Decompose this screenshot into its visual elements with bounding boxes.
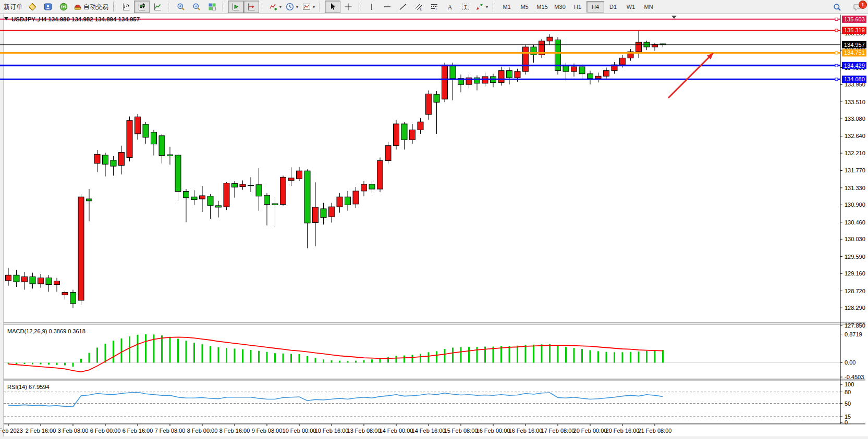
tile-windows-button[interactable] bbox=[204, 1, 220, 13]
zoom-in-button[interactable] bbox=[173, 1, 189, 13]
zoom-out-button[interactable] bbox=[189, 1, 204, 13]
toolbar-separator bbox=[262, 2, 265, 12]
candle-body bbox=[329, 207, 335, 217]
candle-body bbox=[38, 278, 44, 284]
price-tick-label: 127.850 bbox=[845, 322, 865, 329]
search-button[interactable] bbox=[829, 1, 845, 14]
time-tick-label: 15 Feb 08:00 bbox=[444, 428, 478, 434]
time-tick-label: 20 Feb 16:00 bbox=[606, 428, 640, 434]
chart-window: 135.250134.820134.380133.950133.510133.0… bbox=[0, 0, 868, 439]
candle-body bbox=[434, 94, 439, 102]
hline-label-text: 134.429 bbox=[844, 62, 865, 69]
line-handle[interactable] bbox=[835, 29, 838, 32]
signals-button[interactable] bbox=[56, 1, 71, 13]
profiles-button[interactable] bbox=[40, 1, 56, 13]
price-tick-label: 128.290 bbox=[845, 305, 865, 311]
crosshair-button[interactable] bbox=[340, 1, 356, 13]
new-order-button[interactable]: 新订单 bbox=[2, 1, 25, 13]
candle-body bbox=[337, 197, 343, 207]
horizontal-line-button[interactable] bbox=[380, 1, 395, 13]
vertical-line-button[interactable] bbox=[364, 1, 380, 13]
rsi-tick-label: 80 bbox=[845, 389, 851, 395]
window-bottom-strip bbox=[0, 436, 868, 439]
candle-body bbox=[272, 204, 278, 205]
line-handle[interactable] bbox=[835, 18, 838, 20]
line-handle[interactable] bbox=[835, 52, 838, 54]
indicators-icon bbox=[269, 3, 277, 11]
time-tick-label: 6 Feb 00:00 bbox=[90, 428, 121, 434]
cursor-button[interactable] bbox=[325, 1, 340, 13]
candle-body bbox=[175, 155, 181, 192]
template-icon bbox=[302, 3, 311, 11]
timeframe-mn-button[interactable]: MN bbox=[640, 1, 657, 12]
current-price-label-text: 134.957 bbox=[844, 42, 865, 48]
time-tick-label: 8 Feb 16:00 bbox=[219, 428, 250, 434]
candle-body bbox=[450, 65, 456, 79]
dropdown-caret-icon[interactable]: ▾ bbox=[279, 5, 282, 9]
auto-trading-button[interactable]: 自动交易 bbox=[71, 1, 111, 13]
periods-button[interactable]: ▾ bbox=[284, 1, 300, 13]
time-tick-label: 8 Feb 00:00 bbox=[187, 428, 218, 434]
svg-text:T: T bbox=[464, 4, 467, 10]
candle-chart-button[interactable] bbox=[134, 1, 150, 13]
indicators-button[interactable]: ▾ bbox=[267, 1, 284, 13]
candle-body bbox=[135, 117, 141, 134]
text-button[interactable]: A bbox=[442, 1, 458, 13]
candle-body bbox=[54, 281, 60, 285]
candle-body bbox=[571, 67, 577, 71]
toolbar-separator bbox=[113, 2, 116, 12]
bars-icon bbox=[122, 3, 130, 11]
line-handle[interactable] bbox=[835, 78, 838, 81]
rsi-tick-label: 0 bbox=[845, 419, 848, 425]
candle-body bbox=[385, 146, 391, 161]
chart-shift-button[interactable] bbox=[243, 1, 259, 13]
dropdown-caret-icon[interactable]: ▾ bbox=[313, 5, 315, 9]
mql-community-button[interactable] bbox=[25, 1, 40, 13]
timeframe-h4-button[interactable]: H4 bbox=[586, 1, 604, 12]
auto-scroll-button[interactable] bbox=[228, 1, 243, 13]
arrows-button[interactable]: ▾ bbox=[473, 1, 490, 13]
channel-icon: E bbox=[414, 3, 423, 11]
timeframe-m15-button[interactable]: M15 bbox=[533, 1, 551, 12]
timeframe-m1-button[interactable]: M1 bbox=[498, 1, 516, 12]
candle-body bbox=[426, 94, 432, 114]
time-tick-label: 14 Feb 00:00 bbox=[380, 428, 413, 434]
price-tick-label: 133.080 bbox=[845, 116, 865, 122]
candle-body bbox=[636, 42, 642, 52]
timeframe-m5-button[interactable]: M5 bbox=[516, 1, 533, 12]
text-a-icon: A bbox=[446, 3, 454, 11]
candle-body bbox=[248, 185, 254, 185]
timeframe-h1-button[interactable]: H1 bbox=[569, 1, 586, 12]
time-tick-label: 6 Feb 16:00 bbox=[123, 428, 153, 434]
dropdown-caret-icon[interactable]: ▾ bbox=[486, 5, 488, 9]
mt4-terminal: { "toolbar": { "buttons": [ {"name":"new… bbox=[0, 0, 868, 439]
macd-label: MACD(12,26,9) 0.3869 0.3618 bbox=[7, 328, 85, 334]
timeframe-d1-button[interactable]: D1 bbox=[604, 1, 622, 12]
candle-body bbox=[111, 160, 116, 166]
candle-body bbox=[191, 197, 197, 199]
line-chart-button[interactable] bbox=[150, 1, 165, 13]
candle-body bbox=[119, 153, 125, 166]
candle-body bbox=[207, 196, 213, 206]
zoom-out-icon bbox=[192, 3, 201, 11]
timeframe-w1-button[interactable]: W1 bbox=[622, 1, 640, 12]
dropdown-caret-icon[interactable]: ▾ bbox=[296, 5, 298, 9]
notifications-button[interactable]: 1 bbox=[849, 2, 865, 13]
text-label-button[interactable]: T bbox=[458, 1, 473, 13]
candle-body bbox=[410, 130, 415, 140]
time-tick-label: 20 Feb 00:00 bbox=[573, 428, 607, 434]
candle-body bbox=[498, 71, 504, 83]
templates-button[interactable]: ▾ bbox=[300, 1, 317, 13]
zoom-in-icon bbox=[177, 3, 185, 11]
timeframe-m30-button[interactable]: M30 bbox=[551, 1, 569, 12]
fibonacci-button[interactable]: F bbox=[426, 1, 442, 13]
bar-chart-button[interactable] bbox=[118, 1, 134, 13]
line-handle[interactable] bbox=[835, 64, 838, 67]
time-tick-label: 10 Feb 00:00 bbox=[283, 428, 316, 434]
trendline-button[interactable] bbox=[395, 1, 411, 13]
main-toolbar: 新订单自动交易▾▾▾EFAT▾M1M5M15M30H1H4D1W1MN1 bbox=[0, 0, 868, 14]
candle-body bbox=[377, 160, 383, 189]
equidistant-channel-button[interactable]: E bbox=[411, 1, 426, 13]
candle-body bbox=[563, 66, 569, 72]
candle-body bbox=[216, 206, 222, 207]
